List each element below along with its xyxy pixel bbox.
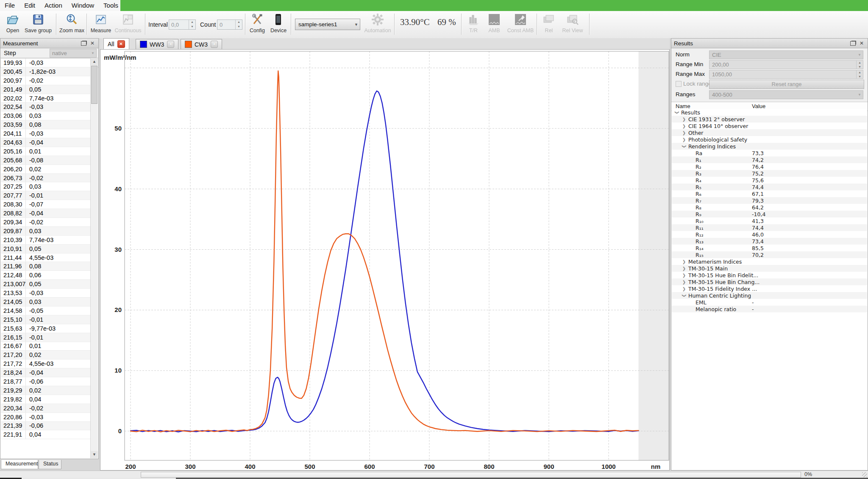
table-row[interactable]: 202,54-0,03 [1, 103, 91, 111]
interval-spinbox[interactable]: 0,0 ▲▼ [169, 19, 196, 30]
tree-row[interactable]: R₇79,3 [672, 197, 867, 204]
table-row[interactable]: 211,444,55e-03 [1, 253, 91, 262]
table-row[interactable]: 215,63-9,77e-03 [1, 324, 91, 333]
tree-row[interactable]: R₁₂46,0 [672, 231, 867, 238]
table-row[interactable]: 203,060,03 [1, 111, 91, 120]
chart-tab-cw3[interactable]: CW3✕ [181, 39, 222, 49]
table-row[interactable]: 209,34-0,02 [1, 218, 91, 227]
bottom-tab-status[interactable]: Status [39, 460, 61, 469]
save-group-button[interactable]: Save group [24, 12, 53, 37]
resize-grip[interactable] [862, 472, 867, 477]
results-tree[interactable]: ❯Results❯CIE 1931 2° observer❯CIE 1964 1… [672, 109, 867, 470]
table-row[interactable]: 208,30-0,07 [1, 200, 91, 209]
expand-icon[interactable]: ❯ [682, 259, 687, 264]
tree-row[interactable]: R₁₁74,4 [672, 224, 867, 231]
tree-row[interactable]: ❯TM-30-15 Hue Bin Chang... [672, 278, 867, 285]
table-row[interactable]: 221,39-0,06 [1, 422, 91, 431]
close-panel-icon[interactable]: ✕ [858, 40, 865, 46]
expand-icon[interactable]: ❯ [682, 280, 687, 284]
tree-row[interactable]: Ra73,3 [672, 150, 867, 156]
tree-row[interactable]: R₁74,2 [672, 156, 867, 163]
measure-button[interactable]: Measure [90, 12, 112, 37]
table-row[interactable]: 212,480,06 [1, 271, 91, 280]
table-row[interactable]: 200,97-0,02 [1, 76, 91, 85]
expand-icon[interactable]: ❯ [682, 266, 687, 271]
close-panel-icon[interactable]: ✕ [89, 40, 96, 46]
table-row[interactable]: 214,58-0,05 [1, 306, 91, 315]
close-tab-icon[interactable]: ✕ [117, 40, 125, 48]
tree-row[interactable]: ❯TM-30-15 Main [672, 265, 867, 272]
config-button[interactable]: Config [248, 12, 267, 37]
table-row[interactable]: 204,11-0,03 [1, 129, 91, 138]
tree-row[interactable]: ❯CIE 1931 2° observer [672, 116, 867, 123]
device-button[interactable]: Device [269, 12, 288, 37]
float-panel-icon[interactable] [850, 41, 856, 46]
scrollbar-thumb[interactable] [91, 66, 97, 104]
table-row[interactable]: 204,63-0,04 [1, 138, 91, 147]
scroll-up-icon[interactable]: ▲ [91, 58, 98, 65]
menu-item-window[interactable]: Window [67, 0, 99, 11]
table-row[interactable]: 207,250,03 [1, 182, 91, 191]
tree-row[interactable]: ❯Rendering Indices [672, 143, 867, 150]
tree-row[interactable]: ❯TM-30-15 Fidelity Index ... [672, 285, 867, 292]
tree-row[interactable]: R₁₀41,3 [672, 217, 867, 224]
zoom-max-button[interactable]: Zoom max [59, 12, 84, 37]
menu-item-tools[interactable]: Tools [99, 0, 123, 11]
table-row[interactable]: 216,15-0,01 [1, 333, 91, 342]
table-row[interactable]: 213,53-0,03 [1, 289, 91, 298]
measurement-table[interactable]: 199,93-0,03200,45-1,82e-03200,97-0,02201… [1, 58, 91, 458]
table-row[interactable]: 206,200,02 [1, 165, 91, 174]
expand-icon[interactable]: ❯ [682, 273, 687, 278]
float-panel-icon[interactable] [81, 41, 86, 46]
table-row[interactable]: 213,0070,05 [1, 280, 91, 289]
expand-icon[interactable]: ❯ [682, 117, 687, 122]
close-tab-icon[interactable]: ✕ [167, 41, 174, 48]
tree-row[interactable]: ❯Photobiological Safety [672, 136, 867, 143]
chart-tab-ww3[interactable]: WW3✕ [136, 39, 178, 49]
table-row[interactable]: 205,160,01 [1, 147, 91, 156]
tree-row[interactable]: ❯Metamerism Indices [672, 258, 867, 265]
table-row[interactable]: 205,68-0,08 [1, 156, 91, 165]
tree-row[interactable]: R₂76,4 [672, 163, 867, 170]
menu-item-file[interactable]: File [0, 0, 19, 11]
menu-item-edit[interactable]: Edit [19, 0, 40, 11]
tree-row[interactable]: ❯Other [672, 129, 867, 136]
menu-item-action[interactable]: Action [40, 0, 67, 11]
tree-row[interactable]: R₄75,6 [672, 177, 867, 184]
tree-row[interactable]: R₁₄85,5 [672, 245, 867, 251]
collapse-icon[interactable]: ❯ [675, 110, 679, 115]
tree-row[interactable]: ❯Results [672, 109, 867, 116]
table-row[interactable]: 220,34-0,02 [1, 404, 91, 413]
table-row[interactable]: 210,910,05 [1, 245, 91, 253]
spectrum-chart[interactable]: 010203040502003004005006007008009001000n… [100, 50, 669, 470]
table-row[interactable]: 218,24-0,04 [1, 368, 91, 377]
table-row[interactable]: 211,960,08 [1, 262, 91, 271]
tree-row[interactable]: R₁₅70,2 [672, 251, 867, 258]
table-row[interactable]: 219,820,04 [1, 395, 91, 404]
table-row[interactable]: 199,93-0,03 [1, 58, 91, 67]
table-row[interactable]: 201,490,05 [1, 85, 91, 94]
tree-row[interactable]: R₉-10,4 [672, 211, 867, 217]
close-tab-icon[interactable]: ✕ [211, 41, 218, 48]
table-row[interactable]: 220,86-0,03 [1, 413, 91, 422]
open-button[interactable]: Open [3, 12, 23, 37]
bottom-tab-measurement[interactable]: Measurement [1, 460, 38, 469]
table-row[interactable]: 219,290,02 [1, 386, 91, 395]
tree-row[interactable]: ❯Human Centric Lighting [672, 292, 867, 299]
expand-icon[interactable]: ❯ [682, 124, 687, 128]
table-row[interactable]: 210,397,74e-03 [1, 236, 91, 245]
tree-row[interactable]: R₆67,1 [672, 190, 867, 197]
collapse-icon[interactable]: ❯ [682, 144, 687, 149]
tree-row[interactable]: R₈64,2 [672, 204, 867, 211]
table-row[interactable]: 207,77-0,01 [1, 191, 91, 200]
table-row[interactable]: 217,200,02 [1, 351, 91, 359]
expand-icon[interactable]: ❯ [682, 137, 687, 142]
table-row[interactable]: 215,10-0,01 [1, 315, 91, 324]
tree-row[interactable]: R₁₃73,4 [672, 238, 867, 245]
interval-spinner-arrows[interactable]: ▲▼ [189, 20, 195, 29]
tree-row[interactable]: ❯TM-30-15 Hue Bin Fidelit... [672, 272, 867, 278]
chart-tab-all[interactable]: All✕ [103, 38, 129, 49]
count-spinbox[interactable]: 0 ▲▼ [217, 19, 242, 30]
measurement-table-scrollbar[interactable]: ▲ ▼ [90, 58, 98, 458]
collapse-icon[interactable]: ❯ [682, 293, 687, 298]
